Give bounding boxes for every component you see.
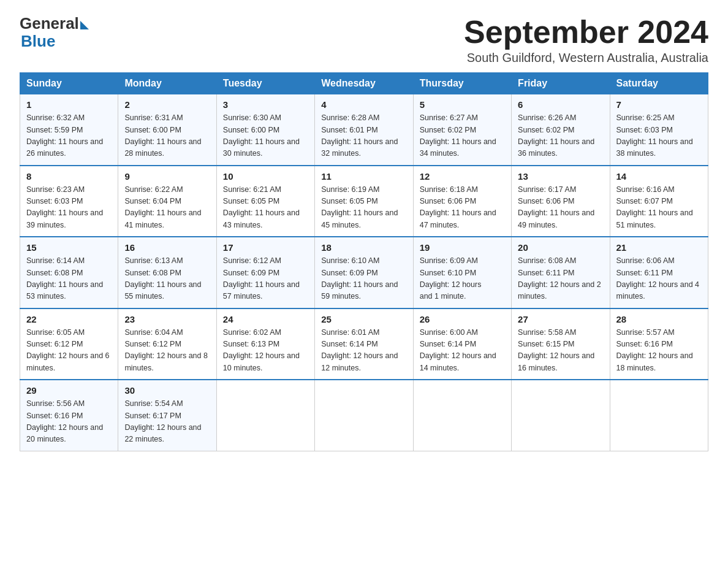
day-info: Sunrise: 6:32 AMSunset: 5:59 PMDaylight:… [26, 112, 112, 160]
day-info: Sunrise: 6:23 AMSunset: 6:03 PMDaylight:… [26, 184, 112, 232]
day-number: 22 [26, 314, 112, 324]
day-number: 15 [26, 242, 112, 253]
calendar-subtitle: South Guildford, Western Australia, Aust… [464, 51, 708, 65]
calendar-cell [315, 380, 413, 451]
day-info: Sunrise: 6:17 AMSunset: 6:06 PMDaylight:… [518, 184, 603, 232]
day-number: 16 [124, 242, 210, 253]
calendar-cell: 24Sunrise: 6:02 AMSunset: 6:13 PMDayligh… [216, 308, 314, 380]
day-info: Sunrise: 6:04 AMSunset: 6:12 PMDaylight:… [124, 327, 210, 375]
day-info: Sunrise: 6:16 AMSunset: 6:07 PMDaylight:… [616, 184, 702, 232]
day-info: Sunrise: 6:30 AMSunset: 6:00 PMDaylight:… [223, 112, 308, 160]
calendar-header-row: SundayMondayTuesdayWednesdayThursdayFrid… [20, 73, 708, 94]
day-number: 4 [321, 99, 406, 110]
day-number: 7 [616, 99, 702, 110]
day-number: 12 [420, 171, 505, 182]
day-info: Sunrise: 5:54 AMSunset: 6:17 PMDaylight:… [124, 398, 210, 446]
calendar-cell: 18Sunrise: 6:10 AMSunset: 6:09 PMDayligh… [315, 237, 413, 308]
day-number: 17 [223, 242, 308, 253]
calendar-cell: 8Sunrise: 6:23 AMSunset: 6:03 PMDaylight… [20, 166, 118, 237]
calendar-cell: 25Sunrise: 6:01 AMSunset: 6:14 PMDayligh… [315, 308, 413, 380]
page-header: General Blue September 2024 South Guildf… [20, 15, 708, 65]
calendar-cell: 2Sunrise: 6:31 AMSunset: 6:00 PMDaylight… [118, 94, 216, 166]
logo-general: General [20, 15, 79, 33]
day-number: 13 [518, 171, 603, 182]
calendar-cell: 30Sunrise: 5:54 AMSunset: 6:17 PMDayligh… [118, 380, 216, 451]
day-info: Sunrise: 6:26 AMSunset: 6:02 PMDaylight:… [518, 112, 603, 160]
calendar-table: SundayMondayTuesdayWednesdayThursdayFrid… [20, 72, 708, 451]
calendar-cell: 16Sunrise: 6:13 AMSunset: 6:08 PMDayligh… [118, 237, 216, 308]
day-info: Sunrise: 6:01 AMSunset: 6:14 PMDaylight:… [321, 327, 406, 375]
calendar-cell: 29Sunrise: 5:56 AMSunset: 6:16 PMDayligh… [20, 380, 118, 451]
calendar-cell [512, 380, 610, 451]
day-number: 2 [124, 99, 210, 110]
day-info: Sunrise: 5:56 AMSunset: 6:16 PMDaylight:… [26, 398, 112, 446]
calendar-cell [216, 380, 314, 451]
day-number: 9 [124, 171, 210, 182]
day-number: 14 [616, 171, 702, 182]
title-block: September 2024 South Guildford, Western … [464, 15, 708, 65]
day-info: Sunrise: 6:21 AMSunset: 6:05 PMDaylight:… [223, 184, 308, 232]
day-number: 8 [26, 171, 112, 182]
calendar-week-row: 29Sunrise: 5:56 AMSunset: 6:16 PMDayligh… [20, 380, 708, 451]
calendar-cell: 17Sunrise: 6:12 AMSunset: 6:09 PMDayligh… [216, 237, 314, 308]
calendar-cell: 14Sunrise: 6:16 AMSunset: 6:07 PMDayligh… [610, 166, 708, 237]
calendar-cell: 22Sunrise: 6:05 AMSunset: 6:12 PMDayligh… [20, 308, 118, 380]
calendar-cell: 15Sunrise: 6:14 AMSunset: 6:08 PMDayligh… [20, 237, 118, 308]
day-number: 11 [321, 171, 406, 182]
column-header-sunday: Sunday [20, 73, 118, 94]
column-header-monday: Monday [118, 73, 216, 94]
day-info: Sunrise: 6:31 AMSunset: 6:00 PMDaylight:… [124, 112, 210, 160]
day-number: 21 [616, 242, 702, 253]
day-number: 24 [223, 314, 308, 324]
column-header-thursday: Thursday [413, 73, 511, 94]
day-info: Sunrise: 6:19 AMSunset: 6:05 PMDaylight:… [321, 184, 406, 232]
day-info: Sunrise: 6:27 AMSunset: 6:02 PMDaylight:… [420, 112, 505, 160]
day-info: Sunrise: 6:13 AMSunset: 6:08 PMDaylight:… [124, 255, 210, 303]
day-number: 26 [420, 314, 505, 324]
calendar-cell: 23Sunrise: 6:04 AMSunset: 6:12 PMDayligh… [118, 308, 216, 380]
day-info: Sunrise: 6:25 AMSunset: 6:03 PMDaylight:… [616, 112, 702, 160]
day-number: 25 [321, 314, 406, 324]
logo-blue: Blue [21, 33, 89, 50]
day-info: Sunrise: 6:09 AMSunset: 6:10 PMDaylight:… [420, 255, 505, 303]
day-info: Sunrise: 5:58 AMSunset: 6:15 PMDaylight:… [518, 327, 603, 375]
calendar-cell: 4Sunrise: 6:28 AMSunset: 6:01 PMDaylight… [315, 94, 413, 166]
day-info: Sunrise: 6:18 AMSunset: 6:06 PMDaylight:… [420, 184, 505, 232]
column-header-saturday: Saturday [610, 73, 708, 94]
calendar-cell [610, 380, 708, 451]
calendar-cell: 11Sunrise: 6:19 AMSunset: 6:05 PMDayligh… [315, 166, 413, 237]
day-number: 5 [420, 99, 505, 110]
day-number: 20 [518, 242, 603, 253]
calendar-cell: 13Sunrise: 6:17 AMSunset: 6:06 PMDayligh… [512, 166, 610, 237]
calendar-week-row: 1Sunrise: 6:32 AMSunset: 5:59 PMDaylight… [20, 94, 708, 166]
calendar-cell: 19Sunrise: 6:09 AMSunset: 6:10 PMDayligh… [413, 237, 511, 308]
day-info: Sunrise: 6:12 AMSunset: 6:09 PMDaylight:… [223, 255, 308, 303]
column-header-tuesday: Tuesday [216, 73, 314, 94]
day-number: 3 [223, 99, 308, 110]
calendar-cell: 20Sunrise: 6:08 AMSunset: 6:11 PMDayligh… [512, 237, 610, 308]
day-info: Sunrise: 6:14 AMSunset: 6:08 PMDaylight:… [26, 255, 112, 303]
day-info: Sunrise: 6:08 AMSunset: 6:11 PMDaylight:… [518, 255, 603, 303]
logo-triangle-icon [80, 21, 89, 29]
day-number: 10 [223, 171, 308, 182]
day-number: 30 [124, 385, 210, 396]
day-info: Sunrise: 5:57 AMSunset: 6:16 PMDaylight:… [616, 327, 702, 375]
day-number: 29 [26, 385, 112, 396]
day-info: Sunrise: 6:22 AMSunset: 6:04 PMDaylight:… [124, 184, 210, 232]
day-number: 19 [420, 242, 505, 253]
calendar-week-row: 8Sunrise: 6:23 AMSunset: 6:03 PMDaylight… [20, 166, 708, 237]
calendar-cell: 1Sunrise: 6:32 AMSunset: 5:59 PMDaylight… [20, 94, 118, 166]
day-number: 23 [124, 314, 210, 324]
calendar-cell: 6Sunrise: 6:26 AMSunset: 6:02 PMDaylight… [512, 94, 610, 166]
day-number: 28 [616, 314, 702, 324]
calendar-cell: 3Sunrise: 6:30 AMSunset: 6:00 PMDaylight… [216, 94, 314, 166]
day-info: Sunrise: 6:05 AMSunset: 6:12 PMDaylight:… [26, 327, 112, 375]
calendar-week-row: 22Sunrise: 6:05 AMSunset: 6:12 PMDayligh… [20, 308, 708, 380]
day-number: 27 [518, 314, 603, 324]
calendar-week-row: 15Sunrise: 6:14 AMSunset: 6:08 PMDayligh… [20, 237, 708, 308]
column-header-friday: Friday [512, 73, 610, 94]
calendar-cell: 12Sunrise: 6:18 AMSunset: 6:06 PMDayligh… [413, 166, 511, 237]
calendar-cell: 28Sunrise: 5:57 AMSunset: 6:16 PMDayligh… [610, 308, 708, 380]
column-header-wednesday: Wednesday [315, 73, 413, 94]
calendar-cell: 26Sunrise: 6:00 AMSunset: 6:14 PMDayligh… [413, 308, 511, 380]
